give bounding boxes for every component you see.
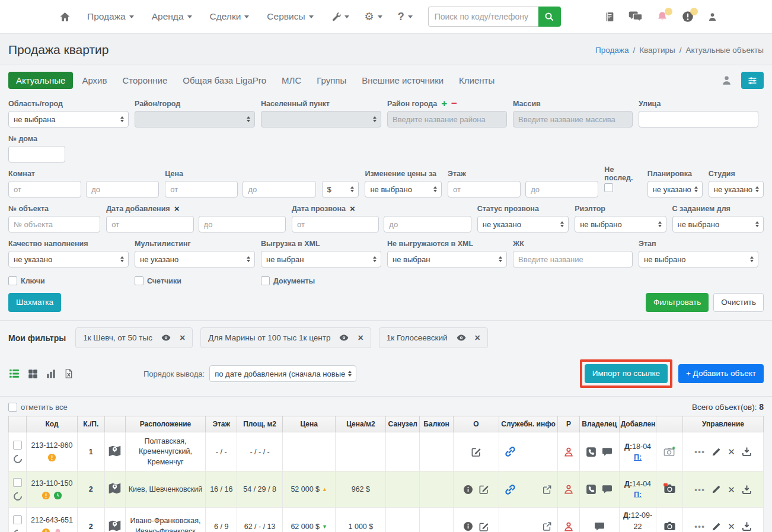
studio-select[interactable]: не указано <box>709 181 764 197</box>
download-icon[interactable] <box>742 447 752 457</box>
owner-contact-icon[interactable] <box>563 521 574 532</box>
layout-select[interactable]: не указано <box>647 181 703 197</box>
clear-date-added-icon[interactable]: × <box>174 204 180 213</box>
task-for-select[interactable]: не выбрано <box>672 216 764 232</box>
realtor-select[interactable]: не выбрано <box>575 216 666 232</box>
filter-keys[interactable]: Ключи <box>8 276 129 285</box>
object-code[interactable]: 212-643-651 <box>28 516 75 524</box>
phone-icon[interactable] <box>586 484 596 495</box>
profile-icon[interactable] <box>707 11 717 23</box>
tab-2[interactable]: Сторонние <box>116 72 174 89</box>
clear-date-call-icon[interactable]: × <box>350 204 355 213</box>
link-icon[interactable] <box>505 484 516 495</box>
tab-3[interactable]: Общая база LigaPro <box>176 72 273 89</box>
currency-select[interactable]: $ <box>322 181 359 197</box>
edit-icon[interactable] <box>712 522 721 531</box>
row-select-checkbox[interactable] <box>13 515 22 524</box>
journal-icon[interactable] <box>605 11 615 23</box>
external-link-icon[interactable] <box>542 521 552 531</box>
more-actions-icon[interactable]: ••• <box>694 522 705 531</box>
info-icon[interactable] <box>463 485 473 495</box>
date-added-to-input[interactable] <box>199 216 286 232</box>
row-select-checkbox[interactable] <box>13 441 22 450</box>
agent-filter-icon[interactable] <box>721 74 732 87</box>
xml-upload-select[interactable]: не выбран <box>261 251 381 267</box>
chart-view-icon[interactable] <box>46 369 56 379</box>
nav-menu-0[interactable]: Продажа <box>87 11 134 22</box>
owner-contact-icon[interactable] <box>563 447 574 457</box>
filter-meters[interactable]: Счетчики <box>135 276 255 285</box>
quality-select[interactable]: не указано <box>8 251 129 267</box>
external-link-icon[interactable] <box>542 485 552 495</box>
saved-filter-chip-1[interactable]: Для Марины от 100 тыс 1к центр× <box>200 327 371 348</box>
tools-menu[interactable] <box>331 12 349 21</box>
xml-excluded-select[interactable]: не выбран <box>387 251 507 267</box>
edit-icon[interactable] <box>712 447 721 457</box>
call-date-link[interactable]: П: <box>634 490 642 499</box>
stage-select[interactable]: не выбрано <box>639 251 758 267</box>
notifications-bell-icon[interactable] <box>656 11 668 23</box>
import-by-link-button[interactable]: Импорт по ссылке <box>585 364 668 383</box>
street-input[interactable] <box>639 111 758 128</box>
add-city-district-icon[interactable]: + <box>441 98 447 109</box>
tab-0[interactable]: Актуальные <box>8 72 73 89</box>
row-select-checkbox[interactable] <box>13 478 22 487</box>
documents-checkbox[interactable] <box>261 276 270 285</box>
tab-7[interactable]: Клиенты <box>452 72 501 89</box>
chess-button[interactable]: Шахматка <box>8 293 61 312</box>
view-filter-icon[interactable] <box>455 333 467 343</box>
filter-documents[interactable]: Документы <box>261 276 381 285</box>
excel-export-icon[interactable] <box>64 368 74 379</box>
select-all-checkbox[interactable] <box>8 403 17 412</box>
keys-checkbox[interactable] <box>8 276 17 285</box>
search-input[interactable] <box>428 7 538 27</box>
date-added-from-input[interactable] <box>106 216 193 232</box>
object-id-input[interactable] <box>8 216 100 232</box>
floor-to-input[interactable] <box>525 181 598 197</box>
tab-5[interactable]: Группы <box>310 72 353 89</box>
delete-icon[interactable]: ✕ <box>728 447 735 456</box>
rooms-to-input[interactable] <box>86 181 159 197</box>
edit-note-icon[interactable] <box>478 521 489 532</box>
edit-note-icon[interactable] <box>478 484 489 495</box>
nav-menu-1[interactable]: Аренда <box>152 11 192 22</box>
camera-red-icon[interactable] <box>663 483 676 493</box>
tab-6[interactable]: Внешние источники <box>355 72 450 89</box>
residential-complex-input[interactable] <box>513 251 633 267</box>
map-icon[interactable] <box>108 444 122 458</box>
remove-filter-icon[interactable]: × <box>475 333 480 343</box>
edit-note-icon[interactable] <box>471 447 481 457</box>
meters-checkbox[interactable] <box>135 276 143 285</box>
view-filter-icon[interactable] <box>338 333 350 343</box>
download-icon[interactable] <box>742 485 752 495</box>
more-actions-icon[interactable]: ••• <box>694 447 705 456</box>
price-change-select[interactable]: не выбрано <box>365 181 442 197</box>
comment-icon[interactable] <box>602 447 613 457</box>
list-view-icon[interactable] <box>8 368 20 379</box>
search-button[interactable] <box>538 7 561 27</box>
object-code[interactable]: 213-110-150 <box>28 479 75 488</box>
rooms-from-input[interactable] <box>8 181 81 197</box>
help-menu[interactable]: ? <box>398 11 413 22</box>
select-all[interactable]: отметить все <box>8 403 68 412</box>
multilisting-select[interactable]: не указано <box>135 251 255 267</box>
add-object-button[interactable]: + Добавить объект <box>678 364 764 383</box>
remove-city-district-icon[interactable]: − <box>451 98 457 109</box>
saved-filter-chip-0[interactable]: 1к Шевч, от 50 тыс× <box>75 327 193 348</box>
info-icon[interactable] <box>463 521 473 531</box>
status-ring-icon[interactable] <box>12 528 24 532</box>
clear-button[interactable]: Очистить <box>713 293 764 312</box>
nav-menu-2[interactable]: Сделки <box>210 11 250 22</box>
date-call-to-input[interactable] <box>384 216 471 232</box>
link-icon[interactable] <box>505 446 516 457</box>
saved-filter-chip-2[interactable]: 1к Голосеевский× <box>379 327 488 348</box>
price-from-input[interactable] <box>165 181 238 197</box>
grid-view-icon[interactable] <box>28 369 38 379</box>
phone-icon[interactable] <box>586 447 596 457</box>
breadcrumb-item-0[interactable]: Продажа <box>595 46 629 55</box>
comment-icon[interactable] <box>602 485 613 494</box>
comment-icon[interactable] <box>594 522 605 531</box>
advanced-filters-button[interactable] <box>741 72 764 89</box>
delete-icon[interactable]: ✕ <box>728 522 735 531</box>
remove-filter-icon[interactable]: × <box>358 333 363 343</box>
